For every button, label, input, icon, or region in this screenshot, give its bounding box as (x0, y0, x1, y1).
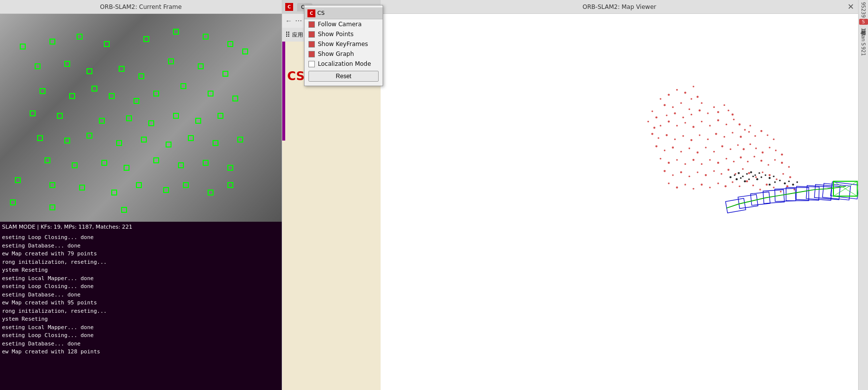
svg-point-68 (742, 148, 744, 150)
track-square (124, 165, 130, 171)
popup-titlebar: C CS (304, 7, 383, 19)
show-graph-item[interactable]: Show Graph (304, 49, 383, 59)
popup-menu: C CS Follow Camera Show Points Show KeyF… (304, 5, 383, 86)
current-frame-points (730, 171, 798, 186)
sidebar-text-4: 1.yan (861, 28, 866, 42)
follow-camera-checkbox[interactable] (308, 21, 315, 28)
svg-point-17 (691, 114, 692, 115)
svg-point-5 (691, 98, 692, 99)
track-square (91, 86, 97, 92)
svg-point-73 (775, 149, 777, 151)
svg-point-61 (689, 147, 690, 149)
svg-point-141 (752, 176, 754, 177)
svg-point-15 (674, 112, 676, 114)
terminal-line: eseting Database... done (2, 242, 280, 250)
svg-point-87 (753, 156, 755, 157)
svg-point-88 (760, 160, 762, 162)
localization-mode-label: Localization Mode (318, 60, 371, 67)
show-keyframes-item[interactable]: Show KeyFrames (304, 39, 383, 49)
svg-point-140 (748, 179, 750, 180)
svg-point-81 (709, 159, 711, 160)
svg-point-111 (668, 183, 669, 184)
svg-point-153 (796, 181, 798, 183)
track-square (109, 93, 115, 99)
svg-point-91 (781, 162, 783, 164)
svg-point-53 (754, 135, 756, 137)
svg-point-151 (788, 181, 789, 182)
track-square (203, 34, 209, 40)
svg-point-147 (769, 184, 771, 186)
track-square (153, 157, 159, 163)
track-square (37, 135, 43, 141)
track-square (208, 91, 214, 97)
svg-point-99 (713, 170, 715, 172)
show-keyframes-checkbox[interactable] (308, 41, 315, 48)
track-square (64, 61, 70, 67)
track-square (232, 96, 238, 101)
svg-point-76 (668, 162, 670, 164)
svg-point-127 (786, 185, 788, 187)
show-graph-checkbox[interactable] (308, 51, 315, 57)
sidebar-badge: S (859, 19, 868, 25)
map-close-button[interactable]: ✕ (848, 2, 854, 11)
svg-point-36 (733, 119, 735, 120)
svg-point-64 (713, 151, 715, 152)
track-square (208, 190, 214, 195)
localization-mode-checkbox[interactable] (308, 61, 315, 67)
svg-point-104 (748, 172, 750, 174)
track-square (87, 133, 92, 139)
svg-point-44 (682, 135, 684, 137)
svg-rect-160 (796, 186, 820, 200)
show-points-checkbox[interactable] (308, 31, 315, 38)
svg-point-143 (761, 176, 762, 178)
nav-forward-button[interactable]: ⋯ (295, 17, 302, 25)
svg-point-126 (780, 191, 781, 193)
svg-point-116 (709, 187, 711, 188)
track-square (40, 88, 45, 94)
follow-camera-item[interactable]: Follow Camera (304, 19, 383, 29)
camera-panel: ORB-SLAM2: Current Frame (0, 0, 282, 390)
track-square (64, 138, 70, 144)
svg-point-7 (672, 106, 674, 108)
svg-point-97 (697, 171, 698, 173)
right-sidebar: 95239 S 网站 操作 1.yan S 921 (858, 0, 868, 390)
svg-point-119 (732, 181, 733, 183)
svg-point-26 (653, 127, 655, 129)
camera-bg (0, 14, 282, 222)
svg-point-8 (680, 102, 682, 103)
localization-mode-item[interactable]: Localization Mode (304, 59, 383, 69)
svg-point-74 (781, 153, 783, 155)
status-bar: SLAM MODE | KFs: 19, MPs: 1187, Matches:… (0, 222, 282, 232)
svg-point-33 (709, 125, 711, 126)
svg-point-144 (765, 174, 766, 176)
track-square (116, 140, 122, 146)
svg-point-69 (749, 144, 751, 145)
track-square (87, 68, 92, 74)
svg-point-84 (733, 161, 735, 162)
nav-back-button[interactable]: ← (285, 17, 292, 25)
track-square (30, 110, 36, 116)
svg-point-21 (717, 111, 719, 113)
svg-point-106 (762, 171, 763, 173)
svg-point-28 (668, 121, 670, 123)
svg-point-10 (696, 96, 698, 98)
reset-button[interactable]: Reset (308, 71, 379, 82)
svg-point-0 (668, 94, 670, 96)
svg-point-146 (773, 176, 775, 177)
track-square (15, 177, 21, 183)
svg-point-129 (730, 176, 732, 178)
terminal-line: eseting Loop Closing... done (2, 332, 280, 340)
svg-point-148 (774, 181, 776, 183)
svg-point-128 (793, 189, 795, 190)
track-square (222, 71, 228, 77)
show-points-item[interactable]: Show Points (304, 29, 383, 39)
svg-point-47 (707, 139, 708, 140)
track-square (173, 113, 179, 119)
terminal-line: eseting Local Mapper... done (2, 275, 280, 283)
map-titlebar: ORB-SLAM2: Map Viewer ✕ (381, 0, 858, 14)
track-square (49, 204, 55, 210)
track-square (163, 187, 169, 193)
svg-point-114 (693, 188, 694, 190)
svg-point-82 (717, 162, 719, 164)
track-square (69, 93, 75, 99)
